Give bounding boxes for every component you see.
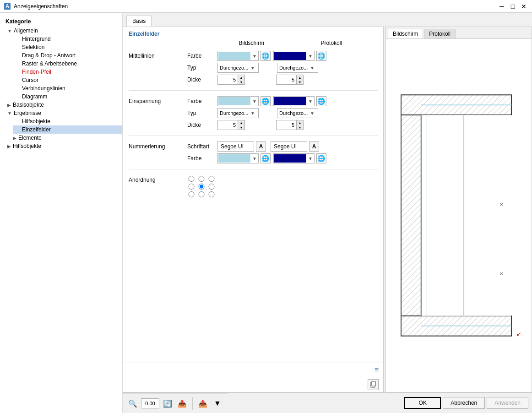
sidebar-item-hintergrund[interactable]: Hintergrund — [13, 35, 122, 43]
sidebar-group-elemente-label: Elemente — [18, 135, 42, 141]
anordnung-fields — [187, 175, 378, 197]
spin-mitt-b[interactable]: ▲ ▼ — [217, 75, 245, 85]
color-dd-num-b[interactable]: ▼ — [217, 153, 259, 163]
spin-input-einsp-p[interactable] — [277, 122, 296, 128]
spin-dn-mitt-p[interactable]: ▼ — [297, 80, 303, 84]
sidebar-group-ergebnisse[interactable]: ▼ Ergebnisse — [0, 109, 122, 117]
radio-2-1[interactable] — [197, 191, 206, 197]
radio-1-1[interactable] — [197, 184, 206, 190]
type-dd-einsp-b[interactable]: Durchgezo... ▼ — [217, 108, 259, 118]
copy-button[interactable] — [368, 379, 379, 390]
nummerierung-fields: Schriftart Segoe UI A Segoe UI — [187, 141, 378, 163]
radio-0-1[interactable] — [197, 176, 206, 182]
svg-text:↙: ↙ — [516, 331, 521, 337]
anwenden-button[interactable]: Anwenden — [487, 397, 528, 409]
toolbar-search-btn[interactable]: 🔍 — [126, 397, 139, 410]
sidebar-item-cursor[interactable]: Cursor — [13, 76, 122, 84]
abbrechen-button[interactable]: Abbrechen — [443, 397, 485, 409]
sidebar-item-diagramm[interactable]: Diagramm — [13, 92, 122, 101]
sidebar-item-selektion[interactable]: Selektion — [13, 43, 122, 51]
spin-dn-einsp-b[interactable]: ▼ — [238, 125, 244, 130]
type-dd-mitt-p[interactable]: Durchgezo... ▼ — [277, 63, 318, 73]
spin-up-einsp-b[interactable]: ▲ — [238, 120, 244, 125]
sidebar-item-verbindung[interactable]: Verbindungslinien — [13, 84, 122, 92]
toolbar-import-btn[interactable]: 📥 — [176, 397, 189, 410]
toolbar-arrow-btn[interactable]: ▼ — [211, 397, 224, 410]
tab-basis[interactable]: Basis — [126, 16, 152, 27]
sidebar-group-basisobjekte[interactable]: ▶ Basisobjekte — [0, 101, 122, 109]
globe-btn-num-p[interactable]: 🌐 — [316, 153, 326, 163]
globe-btn-einsp-p[interactable]: 🌐 — [316, 96, 326, 106]
font-btn-num-p[interactable]: Segoe UI — [271, 141, 307, 152]
spin-dn-einsp-p[interactable]: ▼ — [297, 125, 303, 130]
sidebar-group-hilfsobjekte[interactable]: ▶ Hilfsobjekte — [0, 142, 122, 150]
sidebar-label: Kategorie — [0, 16, 122, 27]
sidebar-group-allgemein[interactable]: ▼ Allgemein — [0, 27, 122, 35]
toolbar-value: 0,00 — [141, 398, 159, 408]
spin-dn-mitt-b[interactable]: ▼ — [238, 80, 244, 84]
color-dd-num-p[interactable]: ▼ — [273, 153, 315, 163]
label-anordnung: Anordnung — [129, 175, 184, 183]
color-dd-mitt-bildschirm[interactable]: ▼ — [217, 51, 259, 61]
radio-grid — [187, 175, 378, 197]
spin-input-mitt-p[interactable] — [277, 77, 296, 82]
font-btn-num-b[interactable]: Segoe UI — [217, 141, 254, 152]
sidebar-item-hilfsobjekte-e[interactable]: Hilfsobjekte — [13, 117, 122, 125]
radio-2-0[interactable] — [187, 191, 195, 197]
radio-0-2[interactable] — [207, 176, 216, 182]
spin-up-einsp-p[interactable]: ▲ — [297, 120, 303, 125]
radio-1-0[interactable] — [187, 184, 195, 190]
color-dd-einsp-b[interactable]: ▼ — [217, 96, 259, 106]
radio-0-0[interactable] — [187, 176, 195, 182]
close-button[interactable]: ✕ — [519, 2, 528, 11]
color-dd-mitt-protokoll[interactable]: ▼ — [273, 51, 315, 61]
sidebar-item-raster[interactable]: Raster & Arbeitsebene — [13, 60, 122, 68]
maximize-button[interactable]: □ — [508, 2, 517, 11]
radio-1-2[interactable] — [207, 184, 216, 190]
spin-mitt-p[interactable]: ▲ ▼ — [276, 75, 304, 85]
toolbar-export-btn[interactable]: 📤 — [196, 397, 209, 410]
toolbar-sep — [192, 397, 193, 410]
type-dd-mitt-b[interactable]: Durchgezo... ▼ — [217, 63, 259, 73]
font-icon-num-p[interactable]: A — [309, 141, 319, 152]
globe-btn-num-b[interactable]: 🌐 — [261, 153, 271, 163]
form-group-nummerierung: Nummerierung Schriftart Segoe UI A — [123, 139, 383, 166]
sidebar-item-einzelfelder[interactable]: Einzelfelder — [13, 125, 122, 134]
spin-input-einsp-b[interactable] — [218, 122, 238, 128]
sidebar-group-elemente[interactable]: ▶ Elemente — [13, 134, 122, 142]
type-dd-einsp-p[interactable]: Durchgezo... ▼ — [277, 108, 318, 118]
sidebar-item-finden[interactable]: Finden-Pfeil — [13, 68, 122, 76]
color-swatch — [218, 97, 250, 105]
svg-rect-7 — [401, 115, 421, 316]
spin-up-mitt-b[interactable]: ▲ — [238, 75, 244, 80]
window-controls: ─ □ ✕ — [497, 2, 528, 11]
toolbar-refresh-btn[interactable]: 🔄 — [161, 397, 174, 410]
chevron-ergebnisse: ▼ — [7, 111, 12, 116]
dialog-buttons: OK Abbrechen Anwenden — [401, 395, 532, 411]
content-area: Kategorie ▼ Allgemein Hintergrund Selekt… — [0, 13, 532, 413]
spin-input-mitt-b[interactable] — [218, 77, 238, 82]
globe-btn-mitt-b[interactable]: 🌐 — [261, 51, 271, 61]
spin-up-mitt-p[interactable]: ▲ — [297, 75, 303, 80]
spin-einsp-p[interactable]: ▲ ▼ — [276, 120, 304, 130]
radio-2-2[interactable] — [207, 191, 216, 197]
spin-einsp-b[interactable]: ▲ ▼ — [217, 120, 245, 130]
color-dd-einsp-p[interactable]: ▼ — [273, 96, 315, 106]
color-swatch — [218, 154, 250, 163]
col-protokoll: Protokoll — [298, 40, 365, 46]
form-footer — [123, 377, 383, 392]
mittellinien-dicke-row: Dicke ▲ ▼ — [187, 75, 378, 85]
minimize-button[interactable]: ─ — [497, 2, 506, 11]
label-dicke-2: Dicke — [187, 122, 215, 128]
globe-btn-einsp-b[interactable]: 🌐 — [261, 96, 271, 106]
globe-btn-mitt-p[interactable]: 🌐 — [316, 51, 326, 61]
sidebar-item-drag-drop[interactable]: Drag & Drop - Antwort — [13, 51, 122, 60]
svg-text:×: × — [499, 201, 503, 208]
ok-button[interactable]: OK — [404, 397, 441, 409]
font-icon-num-b[interactable]: A — [256, 141, 266, 152]
color-swatch — [274, 97, 306, 105]
preview-tab-bildschirm[interactable]: Bildschirm — [388, 29, 423, 38]
einspannung-typ-row: Typ Durchgezo... ▼ Durchgezo... — [187, 108, 378, 118]
preview-tab-protokoll[interactable]: Protokoll — [424, 29, 456, 38]
divider-1 — [129, 90, 378, 91]
